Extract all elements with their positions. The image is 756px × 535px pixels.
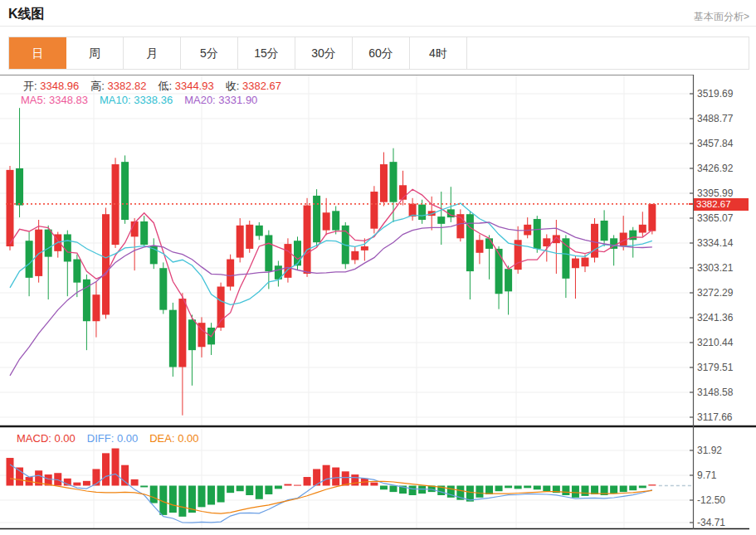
price-tick-8: 3272.29 [697,287,733,299]
price-tick-11: 3179.51 [697,362,733,373]
legend-value: 0.00 [55,432,76,445]
tab-day[interactable]: 日 [9,37,66,69]
macd-tick-3: -34.71 [697,517,725,528]
legend-label: DIFF: [87,432,117,445]
legend-value: 3382.82 [107,80,146,92]
price-tick-9: 3241.36 [697,312,733,323]
price-tick-0: 3519.69 [697,88,733,100]
price-tick-6: 3334.14 [697,237,733,249]
legend-label: DEA: [149,432,178,445]
price-tick-10: 3210.44 [697,337,733,348]
legend-value: 3382.67 [242,80,281,92]
price-tick-3: 3426.92 [697,163,733,174]
legend-label: MA20: [184,94,218,106]
legend-value: 3348.96 [40,80,79,92]
tab-60min[interactable]: 60分 [353,37,410,69]
tab-30min[interactable]: 30分 [295,37,353,69]
ma-legend-row: MA5: 3348.83MA10: 3338.36MA20: 3331.90 [21,94,269,106]
macd-row-item-1: DIFF: 0.00 [87,432,138,445]
legend-label: 低: [158,80,174,92]
legend-label: 高: [90,80,107,92]
macd-tick-1: 9.71 [697,469,716,481]
tab-5min[interactable]: 5分 [181,37,238,69]
price-tick-2: 3457.84 [697,138,733,149]
page-title: K线图 [8,6,45,23]
price-tick-5: 3365.07 [697,212,733,224]
legend-value: 3331.90 [218,94,257,106]
macd-tick-0: 31.92 [697,445,722,456]
ohlc-row-item-2: 低: 3344.93 [158,79,213,94]
ma-row-item-2: MA20: 3331.90 [184,94,257,106]
legend-label: MA10: [100,94,134,106]
legend-value: 3344.93 [175,80,214,92]
ohlc-legend-row: 开: 3348.96高: 3382.82低: 3344.93收: 3382.67 [23,79,293,94]
tab-week[interactable]: 周 [66,37,124,69]
ohlc-row-item-0: 开: 3348.96 [23,79,79,94]
macd-legend-row: MACD: 0.00DIFF: 0.00DEA: 0.00 [17,432,211,445]
ohlc-row-item-1: 高: 3382.82 [90,79,146,94]
current-price-badge: 3382.67 [694,198,749,211]
macd-tick-2: -12.50 [697,494,725,506]
legend-value: 3348.83 [49,94,88,106]
tab-4hour[interactable]: 4时 [410,37,467,69]
tab-15min[interactable]: 15分 [238,37,295,69]
price-tick-7: 3303.21 [697,262,733,274]
legend-value: 0.00 [178,432,198,445]
tab-month[interactable]: 月 [124,37,181,69]
period-tab-bar: 日周月5分15分30分60分4时 [8,36,749,70]
ma-row-item-0: MA5: 3348.83 [21,94,88,106]
fundamental-analysis-link[interactable]: 基本面分析> [694,10,749,24]
macd-row-item-0: MACD: 0.00 [17,432,76,445]
legend-label: 收: [226,80,242,92]
macd-row-item-2: DEA: 0.00 [149,432,198,445]
legend-label: MA5: [21,94,49,106]
price-tick-4: 3395.99 [697,187,733,199]
legend-label: MACD: [17,432,55,445]
price-tick-12: 3148.58 [697,387,733,398]
legend-value: 3338.36 [134,94,173,106]
price-tick-1: 3488.77 [697,113,733,124]
price-tick-13: 3117.66 [697,411,733,423]
legend-value: 0.00 [117,432,138,445]
legend-label: 开: [23,80,40,92]
ma-row-item-1: MA10: 3338.36 [100,94,173,106]
title-divider [0,26,756,27]
ohlc-row-item-3: 收: 3382.67 [226,79,281,94]
